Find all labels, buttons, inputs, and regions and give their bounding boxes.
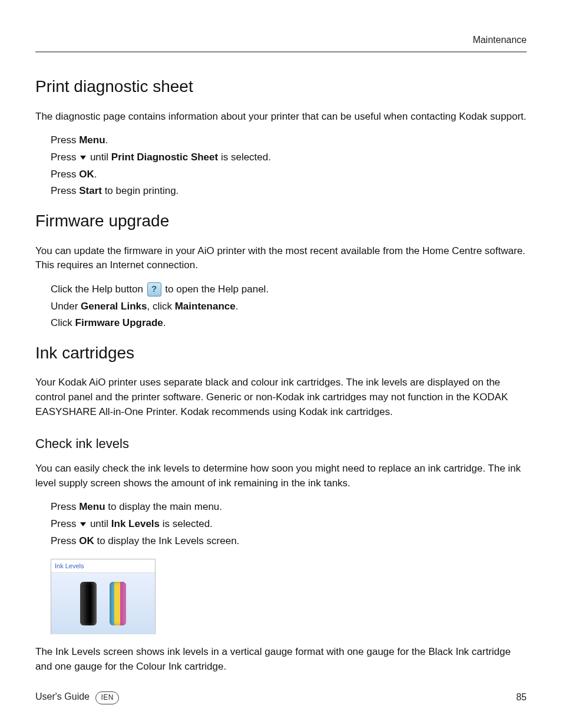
menu-item: Print Diagnostic Sheet (111, 151, 218, 163)
print-diagnostic-steps: Press Menu. Press until Print Diagnostic… (51, 133, 527, 199)
step: Click Firmware Upgrade. (51, 316, 527, 331)
step: Press Start to begin printing. (51, 184, 527, 199)
page-footer: User's Guide IEN 85 (35, 690, 527, 704)
heading-print-diagnostic: Print diagnostic sheet (35, 75, 527, 99)
menu-item: Ink Levels (111, 518, 160, 529)
ui-link: Firmware Upgrade (75, 317, 163, 328)
heading-firmware-upgrade: Firmware upgrade (35, 209, 527, 233)
footer-left: User's Guide IEN (35, 690, 119, 704)
header-section-label: Maintenance (35, 33, 527, 52)
step: Under General Links, click Maintenance. (51, 299, 527, 314)
print-diagnostic-intro: The diagnostic page contains information… (35, 110, 527, 124)
key: OK (79, 535, 94, 546)
ui-link: Maintenance (175, 301, 236, 312)
page-number: 85 (516, 690, 527, 704)
ink-levels-screen-body (51, 573, 155, 634)
black-ink-gauge (80, 582, 97, 625)
language-badge: IEN (95, 691, 119, 704)
key: Menu (79, 501, 105, 512)
page: Maintenance Print diagnostic sheet The d… (0, 0, 562, 728)
step: Press OK to display the Ink Levels scree… (51, 534, 527, 549)
step: Click the Help button to open the Help p… (51, 282, 527, 297)
key: Menu (79, 134, 105, 146)
check-ink-intro: You can easily check the ink levels to d… (35, 462, 527, 490)
ink-outro: The Ink Levels screen shows ink levels i… (35, 645, 527, 674)
check-ink-steps: Press Menu to display the main menu. Pre… (51, 500, 527, 548)
footer-guide-label: User's Guide (35, 691, 90, 701)
step: Press Menu. (51, 133, 527, 148)
step: Press until Ink Levels is selected. (51, 517, 527, 532)
heading-ink-cartridges: Ink cartridges (35, 341, 527, 365)
key: OK (79, 169, 94, 180)
colour-ink-gauge (110, 582, 126, 625)
ink-levels-screenshot: Ink Levels (51, 559, 156, 634)
step: Press OK. (51, 167, 527, 182)
step: Press Menu to display the main menu. (51, 500, 527, 515)
firmware-steps: Click the Help button to open the Help p… (51, 282, 527, 331)
down-arrow-icon (80, 522, 86, 526)
firmware-intro: You can update the firmware in your AiO … (35, 244, 527, 273)
heading-check-ink-levels: Check ink levels (35, 434, 527, 453)
step: Press until Print Diagnostic Sheet is se… (51, 150, 527, 165)
ink-intro: Your Kodak AiO printer uses separate bla… (35, 375, 527, 419)
help-icon (147, 282, 161, 297)
ui-link: General Links (81, 301, 147, 312)
down-arrow-icon (80, 156, 86, 160)
key: Start (79, 185, 102, 196)
ink-levels-screen-title: Ink Levels (51, 559, 155, 573)
